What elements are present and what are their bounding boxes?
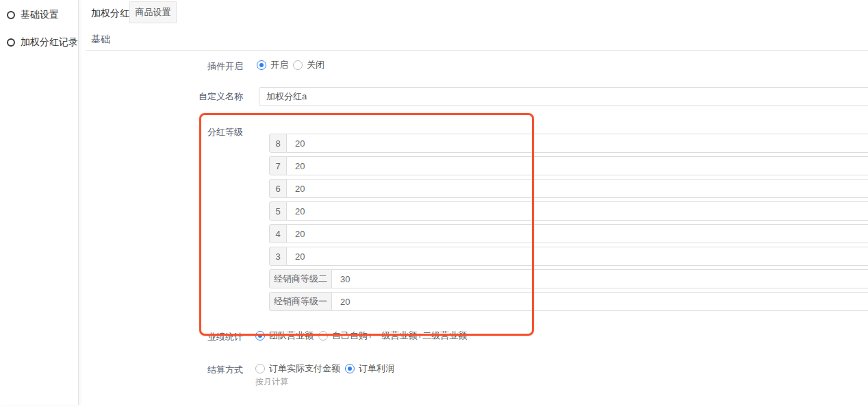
- performance-stat-label: 业绩统计: [79, 331, 243, 343]
- sidebar-item-label: 基础设置: [21, 9, 59, 21]
- dividend-level-list: 8 7 6 5 4 3 经销商等级二 经销商等级一: [269, 134, 868, 314]
- settlement-label: 结算方式: [79, 364, 243, 376]
- level-value-input[interactable]: [332, 269, 868, 288]
- level-name-addon: 6: [269, 179, 287, 198]
- radio-unselected-icon[interactable]: [318, 331, 328, 341]
- radio-option-self-purchase[interactable]: 自己自购+一级营业额+二级营业额: [318, 330, 467, 342]
- level-name-addon: 4: [269, 224, 287, 243]
- page: 基础设置 加权分红记录 加权分红 商品设置 基础 插件开启 开启 关闭 自定义名…: [0, 0, 868, 407]
- level-name-addon: 8: [269, 134, 287, 153]
- radio-option-label: 订单实际支付金额: [269, 362, 340, 375]
- sidebar-item-label: 加权分红记录: [21, 36, 78, 49]
- radio-option-actual-payment[interactable]: 订单实际支付金额: [255, 362, 340, 375]
- level-value-input[interactable]: [332, 292, 868, 311]
- tab-weighted-dividend[interactable]: 加权分红: [91, 8, 129, 20]
- level-value-input[interactable]: [287, 247, 868, 266]
- radio-option-off[interactable]: 关闭: [293, 59, 324, 71]
- radio-selected-icon[interactable]: [345, 364, 355, 373]
- dividend-level-row: 7: [269, 156, 868, 175]
- dividend-level-row: 3: [269, 247, 868, 266]
- radio-option-label: 关闭: [307, 59, 324, 71]
- section-title: 基础: [91, 34, 110, 46]
- dividend-level-row: 8: [269, 134, 868, 153]
- radio-option-on[interactable]: 开启: [257, 59, 288, 71]
- level-value-input[interactable]: [287, 156, 868, 175]
- level-value-input[interactable]: [287, 224, 868, 243]
- radio-option-label: 自己自购+一级营业额+二级营业额: [332, 330, 467, 342]
- radio-option-label: 开启: [270, 59, 288, 71]
- dividend-level-row: 6: [269, 179, 868, 198]
- dividend-level-row: 4: [269, 224, 868, 243]
- settlement-note: 按月计算: [255, 376, 288, 388]
- dividend-level-row: 经销商等级二: [269, 269, 868, 288]
- radio-option-team-turnover[interactable]: 团队营业额: [255, 330, 314, 342]
- circle-icon: [7, 38, 15, 47]
- radio-option-label: 团队营业额: [269, 330, 314, 342]
- level-name-addon: 5: [269, 201, 287, 221]
- plugin-switch-radio-group: 开启 关闭: [257, 59, 329, 71]
- level-value-input[interactable]: [287, 179, 868, 198]
- level-name-addon: 经销商等级一: [269, 292, 332, 311]
- level-value-input[interactable]: [287, 134, 868, 153]
- level-name-addon: 3: [269, 247, 287, 266]
- level-name-addon: 经销商等级二: [269, 269, 332, 288]
- section-divider: [86, 50, 868, 51]
- performance-stat-radio-group: 团队营业额 自己自购+一级营业额+二级营业额: [255, 330, 472, 342]
- sidebar-item-dividend-records[interactable]: 加权分红记录: [7, 36, 78, 49]
- sidebar-item-basic-settings[interactable]: 基础设置: [7, 9, 59, 21]
- radio-selected-icon[interactable]: [255, 331, 265, 341]
- radio-unselected-icon[interactable]: [293, 60, 303, 70]
- radio-option-order-profit[interactable]: 订单利润: [345, 362, 394, 375]
- sidebar: 基础设置 加权分红记录: [0, 0, 79, 405]
- dividend-level-row: 5: [269, 201, 868, 221]
- level-name-addon: 7: [269, 156, 287, 175]
- level-value-input[interactable]: [287, 201, 868, 221]
- settlement-radio-group: 订单实际支付金额 订单利润: [255, 362, 399, 375]
- dividend-levels-label: 分红等级: [79, 126, 243, 138]
- radio-option-label: 订单利润: [359, 362, 394, 375]
- radio-selected-icon[interactable]: [257, 60, 266, 70]
- tab-product-settings[interactable]: 商品设置: [129, 1, 177, 23]
- radio-unselected-icon[interactable]: [255, 364, 265, 373]
- custom-name-label: 自定义名称: [79, 90, 243, 103]
- circle-icon: [7, 11, 15, 19]
- dividend-level-row: 经销商等级一: [269, 292, 868, 311]
- custom-name-input[interactable]: [259, 87, 868, 106]
- plugin-switch-label: 插件开启: [79, 60, 243, 73]
- tab-label: 商品设置: [136, 6, 171, 18]
